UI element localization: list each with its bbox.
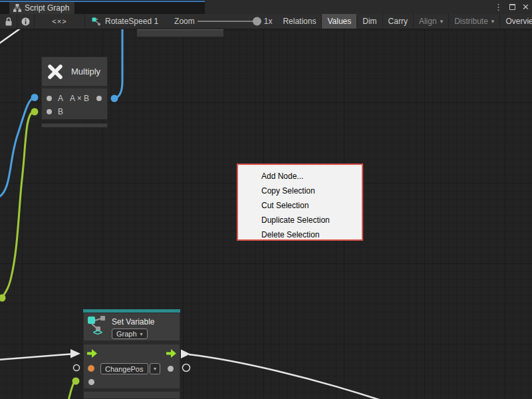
close-icon[interactable]: ✕ [522, 2, 529, 12]
port-output-axb[interactable] [96, 96, 102, 101]
wire-end-blue-a[interactable] [31, 94, 39, 101]
multiply-body[interactable]: A A × B B [41, 88, 108, 120]
multiply-footer [41, 123, 108, 128]
info-button[interactable] [17, 14, 35, 29]
port-variable-input[interactable] [88, 365, 94, 372]
zoom-slider[interactable] [198, 14, 261, 29]
wire-end-blue-out[interactable] [111, 95, 118, 102]
wire-green-input-b[interactable] [3, 112, 33, 297]
breadcrumb-label: RotateSpeed 1 [105, 17, 158, 26]
graph-breadcrumb-icon [92, 17, 101, 26]
lock-button[interactable] [0, 14, 17, 29]
toolbar-button-overview[interactable]: Overview [500, 14, 532, 29]
button-label: Carry [388, 17, 408, 26]
wire-white-out-of-setvar[interactable] [189, 354, 379, 399]
variable-name-caret-button[interactable]: ▾ [150, 363, 160, 374]
port-input-b[interactable] [47, 109, 52, 114]
button-label: Distribute [454, 17, 488, 26]
flow-output-arrow-icon[interactable] [166, 349, 176, 358]
toolbar-button-dim[interactable]: Dim [357, 14, 382, 29]
button-label: Values [327, 17, 351, 26]
graph-hierarchy-icon [13, 4, 21, 12]
graph-canvas[interactable]: Multiply A A × B B [0, 29, 532, 399]
port-label-b: B [58, 107, 63, 116]
multiply-icon [47, 63, 64, 80]
window-menu-icon[interactable]: ⋮ [494, 2, 503, 12]
wire-white-topleft[interactable] [0, 29, 22, 44]
graph-toolbar: <×> RotateSpeed 1 Zoom 1x Relations Valu… [0, 14, 532, 29]
zoom-slider-handle[interactable] [253, 17, 261, 26]
button-label: Dim [362, 17, 376, 26]
edit-source-button[interactable]: <×> [35, 14, 85, 29]
button-label: Overview [505, 17, 532, 26]
port-input-a[interactable] [47, 96, 52, 101]
tab-script-graph[interactable]: Script Graph [9, 2, 74, 14]
node-set-variable[interactable]: <> Set Variable Graph ▾ ChangePos [83, 309, 180, 399]
multiply-header[interactable]: Multiply [41, 57, 108, 86]
port-label-output: A × B [70, 94, 89, 103]
menu-item-cut-selection[interactable]: Cut Selection [238, 198, 362, 213]
variable-name-dropdown[interactable]: ChangePos [100, 363, 148, 374]
wire-white-into-setvar[interactable] [0, 354, 70, 360]
toolbar-button-carry[interactable]: Carry [383, 14, 414, 29]
chevron-down-icon: ▾ [440, 18, 444, 25]
lock-icon [5, 17, 13, 26]
flow-input-arrow-icon[interactable] [87, 349, 97, 358]
scope-value: Graph [116, 330, 137, 338]
tab-strip: Script Graph ⋮ ✕ [0, 0, 532, 14]
wire-end-green-left[interactable] [0, 295, 6, 302]
script-graph-window: Script Graph ⋮ ✕ <×> [0, 0, 532, 399]
toolbar-button-values[interactable]: Values [322, 14, 357, 29]
chevron-down-icon: ▾ [491, 18, 495, 25]
zoom-slider-track[interactable] [198, 21, 261, 22]
maximize-icon[interactable] [509, 4, 515, 10]
menu-item-delete-selection[interactable]: Delete Selection [238, 227, 362, 242]
toolbar-button-align[interactable]: Align ▾ [414, 14, 449, 29]
toolbar-button-distribute[interactable]: Distribute ▾ [449, 14, 500, 29]
toolbar-button-relations[interactable]: Relations [277, 14, 322, 29]
floating-field[interactable] [137, 29, 223, 37]
button-label: Relations [283, 17, 316, 26]
breadcrumb[interactable]: RotateSpeed 1 [85, 14, 165, 29]
port-input-fallback[interactable] [88, 379, 94, 385]
setvar-body[interactable]: ChangePos ▾ [83, 344, 180, 389]
node-multiply[interactable]: Multiply A A × B B [41, 57, 108, 128]
code-icon: <×> [52, 17, 66, 25]
variable-scope-dropdown[interactable]: Graph ▾ [112, 329, 148, 339]
menu-item-copy-selection[interactable]: Copy Selection [238, 184, 362, 198]
tab-label: Script Graph [25, 3, 69, 13]
chevron-down-icon: ▾ [140, 331, 143, 337]
context-menu: Add Node... Copy Selection Cut Selection… [237, 164, 363, 241]
node-title: Multiply [71, 66, 100, 76]
setvar-footer [83, 391, 180, 399]
chevron-down-icon: ▾ [154, 366, 156, 372]
button-label: Align [419, 17, 437, 26]
zoom-label: Zoom [174, 14, 195, 29]
wire-end-green-bottom[interactable] [72, 378, 80, 385]
wire-end-green-b[interactable] [31, 108, 39, 116]
setvar-header[interactable]: <> Set Variable Graph ▾ [83, 313, 180, 341]
port-ring-right[interactable] [183, 364, 190, 372]
wire-arrowhead-in[interactable] [70, 349, 80, 358]
window-controls: ⋮ ✕ [494, 0, 529, 14]
port-output-value[interactable] [168, 366, 174, 372]
port-label-a: A [58, 94, 63, 103]
wire-green-bottom[interactable] [68, 382, 74, 399]
variable-name-value: ChangePos [105, 365, 144, 373]
wire-arrowhead-out[interactable] [181, 350, 190, 359]
wire-blue-input-a[interactable] [0, 98, 33, 198]
info-icon [21, 17, 30, 26]
port-ring-left[interactable] [74, 365, 80, 371]
node-title: Set Variable [112, 317, 154, 327]
menu-item-add-node[interactable]: Add Node... [238, 169, 362, 184]
angle-brackets-icon: <> [93, 327, 102, 337]
menu-item-duplicate-selection[interactable]: Duplicate Selection [238, 213, 362, 227]
wire-blue-output[interactable] [114, 29, 122, 98]
zoom-value: 1x [264, 14, 273, 29]
